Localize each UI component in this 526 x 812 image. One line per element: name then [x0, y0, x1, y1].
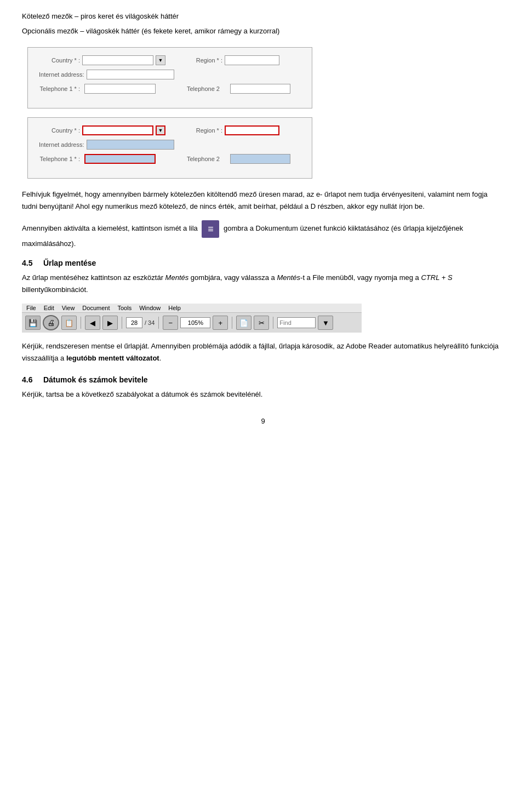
document-icon: [202, 220, 219, 238]
tel2-label-hi: Telephone 2: [187, 156, 228, 162]
internet-label-normal: Internet address:: [39, 71, 84, 78]
body-paragraph-1: Felhívjuk figyelmét, hogy amennyiben bár…: [22, 188, 504, 213]
region-label-normal: Region * :: [187, 57, 222, 64]
separator-2: [122, 317, 122, 329]
section-46: 4.6 Dátumok és számok bevitele Kérjük, t…: [22, 375, 504, 401]
ctrl-s-code: CTRL + S: [421, 273, 452, 282]
tel2-input-hi[interactable]: [230, 154, 290, 164]
menu-view[interactable]: View: [62, 305, 75, 311]
page-current-input[interactable]: [126, 317, 142, 328]
section-46-text: Kérjük, tartsa be a következő szabályoka…: [22, 388, 504, 401]
toolbar-save-btn[interactable]: 💾: [25, 316, 41, 330]
toolbar-zoom-out[interactable]: −: [163, 316, 178, 330]
menu-document[interactable]: Document: [82, 305, 110, 311]
menu-help[interactable]: Help: [168, 305, 181, 311]
internet-input-normal[interactable]: [87, 70, 174, 79]
toolbar-btn-extra2[interactable]: ✂: [254, 316, 269, 330]
section-45-text: Az űrlap mentéséhez kattintson az eszköz…: [22, 272, 504, 296]
body2-before: Amennyiben aktiválta a kiemelést, kattin…: [22, 224, 198, 232]
zoom-input[interactable]: [180, 317, 210, 328]
header-line1: Kötelező mezők – piros keret és világosk…: [22, 11, 504, 22]
find-input[interactable]: [277, 317, 316, 328]
tel1-label-hi: Telephone 1 * :: [39, 156, 80, 162]
menu-tools[interactable]: Tools: [118, 305, 132, 311]
tel2-input-normal[interactable]: [230, 84, 290, 94]
country-label-hi: Country * :: [39, 127, 80, 134]
form-demo-highlight: Country * : ▼ Region * : Internet addres…: [27, 117, 312, 179]
tel1-label-normal: Telephone 1 * :: [39, 85, 80, 92]
section-45-number: 4.5: [22, 259, 32, 267]
country-label-normal: Country * :: [39, 57, 80, 64]
save-italic-2: Mentés: [277, 273, 300, 282]
save-italic-1: Mentés: [165, 273, 189, 282]
section-45: 4.5 Űrlap mentése Az űrlap mentéséhez ka…: [22, 259, 504, 296]
toolbar-btn-extra1[interactable]: 📄: [236, 316, 251, 330]
body3-bold: legutóbb mentett változatot: [66, 354, 159, 362]
toolbar-btn-2[interactable]: 📋: [61, 316, 77, 330]
country-dropdown-hi[interactable]: ▼: [156, 125, 165, 135]
menu-edit[interactable]: Edit: [44, 305, 54, 311]
page-number: 9: [22, 417, 504, 425]
separator-3: [158, 317, 159, 329]
toolbar-print-btn[interactable]: 🖨: [43, 315, 59, 330]
separator-4: [232, 317, 232, 329]
body-paragraph-2: Amennyiben aktiválta a kiemelést, kattin…: [22, 220, 504, 250]
country-input-hi[interactable]: [82, 125, 153, 135]
menu-file[interactable]: File: [26, 305, 36, 311]
internet-label-hi: Internet address:: [39, 141, 84, 148]
form-demo-normal: Country * : ▼ Region * : Internet addres…: [27, 47, 312, 108]
header-line2: Opcionális mezők – világoskék háttér (és…: [22, 26, 504, 37]
menu-window[interactable]: Window: [139, 305, 161, 311]
tel1-input-normal[interactable]: [84, 84, 156, 94]
section-46-title: Dátumok és számok bevitele: [43, 375, 148, 384]
country-input-normal[interactable]: [82, 55, 153, 65]
region-input-hi[interactable]: [225, 125, 279, 135]
toolbar-fwd-btn[interactable]: ▶: [102, 316, 118, 330]
country-dropdown-normal[interactable]: ▼: [156, 55, 165, 65]
tel1-input-hi[interactable]: [84, 154, 156, 164]
body-paragraph-3: Kérjük, rendszeresen mentse el űrlapját.…: [22, 340, 504, 364]
separator-5: [273, 317, 273, 329]
tel2-label-normal: Telephone 2: [187, 85, 228, 92]
section-45-title: Űrlap mentése: [43, 259, 96, 267]
toolbar-back-btn[interactable]: ◀: [85, 316, 100, 330]
region-label-hi: Region * :: [187, 127, 222, 134]
separator-1: [81, 317, 81, 329]
page-separator: / 34: [145, 319, 155, 326]
body3-end: .: [159, 354, 162, 362]
toolbar-find-btn[interactable]: ▼: [318, 316, 333, 330]
internet-input-hi[interactable]: [87, 140, 174, 150]
toolbar-zoom-in[interactable]: +: [213, 316, 228, 330]
section-46-number: 4.6: [22, 375, 32, 384]
region-input-normal[interactable]: [225, 55, 279, 65]
toolbar-screenshot: File Edit View Document Tools Window Hel…: [22, 304, 362, 333]
